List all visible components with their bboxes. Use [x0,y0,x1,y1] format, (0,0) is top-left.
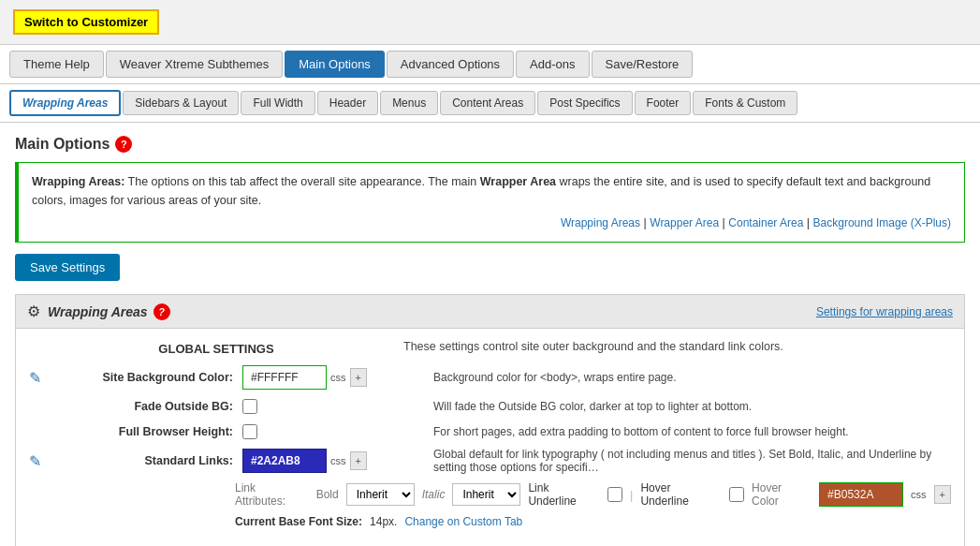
info-link-sep3: | [807,216,813,229]
info-box-links: Wrapping Areas | Wrapper Area | Containe… [32,214,951,232]
tab-header[interactable]: Header [317,91,378,115]
nav-add-ons[interactable]: Add-ons [516,51,589,78]
standard-links-row: ✎ Standard Links: css + Global default f… [29,448,951,474]
full-browser-label: Full Browser Height: [51,425,239,438]
standard-links-desc: Global default for link typography ( not… [433,448,951,474]
nav-advanced-options[interactable]: Advanced Options [387,51,514,78]
help-icon[interactable]: ? [115,136,132,153]
fade-outside-input-area [242,399,430,414]
global-settings-row: GLOBAL SETTINGS These settings control s… [29,340,951,356]
fade-outside-checkbox[interactable] [242,399,257,414]
fade-outside-label: Fade Outside BG: [51,400,239,413]
main-nav: Theme Help Weaver Xtreme Subthemes Main … [0,44,980,84]
wrapping-title-text: Wrapping Areas [48,304,148,319]
css-plus-std-links[interactable]: + [350,451,367,470]
wrapping-header: ⚙ Wrapping Areas ? Settings for wrapping… [16,295,964,329]
nav-save-restore[interactable]: Save/Restore [592,51,694,78]
fade-outside-desc: Will fade the Outside BG color, darker a… [433,400,951,413]
site-bg-input-area: css + [242,365,430,390]
standard-links-color-input[interactable] [242,449,327,473]
tab-full-width[interactable]: Full Width [241,91,314,115]
tab-menus[interactable]: Menus [380,91,438,115]
base-font-value: 14px. [370,515,397,528]
info-link-container-area[interactable]: Container Area [728,216,803,229]
pin-icon-site-bg[interactable]: ✎ [29,369,48,387]
gear-icon: ⚙ [27,303,40,320]
bold-select[interactable]: Inherit Bold Normal [346,483,415,506]
wrapping-section: ⚙ Wrapping Areas ? Settings for wrapping… [15,294,965,546]
global-settings-label: GLOBAL SETTINGS [29,340,403,356]
base-font-change-link[interactable]: Change on Custom Tab [404,515,522,528]
site-bg-desc: Background color for <body>, wraps entir… [433,371,951,384]
site-bg-label: Site Background Color: [51,371,239,384]
info-link-wrapping-areas[interactable]: Wrapping Areas [561,216,640,229]
italic-label: Italic [422,488,446,501]
full-browser-height-checkbox[interactable] [242,424,257,439]
tab-footer[interactable]: Footer [635,91,692,115]
info-box-text: Wrapping Areas: The options on this tab … [32,172,951,210]
standard-links-label: Standard Links: [51,454,239,467]
info-link-bg-image[interactable]: Background Image (X-Plus) [813,216,951,229]
site-bg-color-input[interactable] [242,365,327,390]
css-plus-site-bg[interactable]: + [350,368,367,387]
css-label-std-links: css [330,455,346,466]
nav-theme-help[interactable]: Theme Help [9,51,104,78]
fade-outside-bg-row: ✎ Fade Outside BG: Will fade the Outside… [29,397,951,415]
content-area: Main Options ? Wrapping Areas: The optio… [0,123,980,546]
hover-underline-label: Hover Underline [640,481,722,508]
tab-fonts-custom[interactable]: Fonts & Custom [693,91,797,115]
standard-links-input-area: css + [242,449,430,473]
save-settings-button-top[interactable]: Save Settings [15,254,120,281]
bold-label: Bold [316,488,339,501]
nav-weaver-xtreme[interactable]: Weaver Xtreme Subthemes [106,51,283,78]
link-attributes-label: Link Attributes: [235,481,309,508]
top-bar: Switch to Customizer [0,0,980,44]
full-browser-input-area [242,424,430,439]
full-browser-height-row: ✎ Full Browser Height: For short pages, … [29,422,951,440]
site-bg-color-row: ✎ Site Background Color: css + Backgroun… [29,365,951,390]
info-box: Wrapping Areas: The options on this tab … [15,162,965,243]
sub-nav: Wrapping Areas Sidebars & Layout Full Wi… [0,84,980,123]
css-label-hover: css [911,489,927,500]
tab-post-specifics[interactable]: Post Specifics [537,91,632,115]
tab-sidebars-layout[interactable]: Sidebars & Layout [123,91,239,115]
settings-link[interactable]: Settings for wrapping areas [816,305,953,318]
wrapping-body: GLOBAL SETTINGS These settings control s… [16,329,964,546]
css-plus-hover[interactable]: + [934,485,951,504]
tab-content-areas[interactable]: Content Areas [440,91,535,115]
separator: | [630,488,633,502]
info-wrapping-areas-label: Wrapping Areas: [32,175,124,188]
base-font-row: Current Base Font Size: 14px. Change on … [29,515,951,528]
italic-select[interactable]: Inherit Italic Normal [452,483,520,506]
info-box-body: The options on this tab affect the overa… [32,175,930,207]
section-title: Main Options ? [15,136,965,153]
wrapping-title: Wrapping Areas ? [48,303,170,320]
section-title-text: Main Options [15,136,110,153]
hover-color-label: Hover Color [752,481,812,508]
css-label-site-bg: css [330,372,346,383]
pin-icon-links[interactable]: ✎ [29,452,48,470]
full-browser-desc: For short pages, add extra padding to bo… [433,425,951,438]
link-attributes-row: Link Attributes: Bold Inherit Bold Norma… [29,481,951,508]
tab-wrapping-areas[interactable]: Wrapping Areas [9,90,121,116]
link-underline-label: Link Underline [528,481,600,508]
switch-to-customizer-button[interactable]: Switch to Customizer [13,9,159,35]
hover-underline-checkbox[interactable] [729,487,744,502]
info-link-wrapper-area[interactable]: Wrapper Area [650,216,719,229]
global-settings-desc: These settings control site outer backgr… [403,340,951,353]
nav-main-options[interactable]: Main Options [285,51,385,78]
hover-color-input[interactable] [819,482,903,507]
wrapping-help-icon[interactable]: ? [154,303,170,320]
link-underline-checkbox[interactable] [607,487,622,502]
base-font-label: Current Base Font Size: [235,515,362,528]
